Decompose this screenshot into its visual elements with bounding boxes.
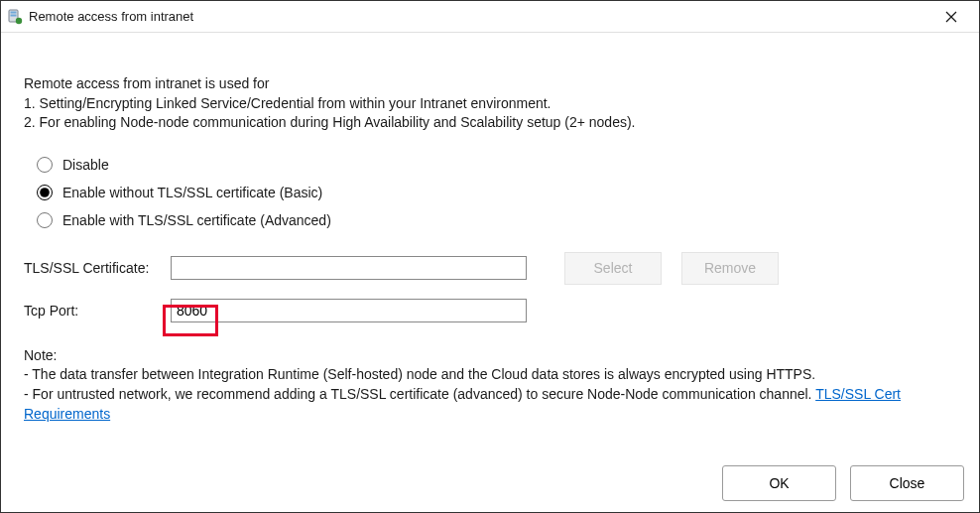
ok-button[interactable]: OK <box>722 465 836 501</box>
note-line2: - For untrusted network, we recommend ad… <box>24 385 957 424</box>
app-icon <box>7 9 23 25</box>
titlebar: Remote access from intranet <box>1 1 979 33</box>
svg-point-3 <box>16 17 22 23</box>
window-title: Remote access from intranet <box>29 9 931 24</box>
intro-text: Remote access from intranet is used for … <box>24 74 957 133</box>
intro-line2: 2. For enabling Node-node communication … <box>24 113 957 133</box>
dialog-buttons: OK Close <box>722 465 964 501</box>
note-heading: Note: <box>24 346 957 366</box>
cert-row: TLS/SSL Certificate: Select Remove <box>24 252 957 285</box>
intro-line1: 1. Setting/Encrypting Linked Service/Cre… <box>24 94 957 114</box>
port-row: Tcp Port: <box>24 299 957 322</box>
radio-enable-basic[interactable]: Enable without TLS/SSL certificate (Basi… <box>37 185 957 200</box>
dialog-content: Remote access from intranet is used for … <box>1 33 979 424</box>
cert-input[interactable] <box>171 256 527 280</box>
port-label: Tcp Port: <box>24 303 171 319</box>
intro-heading: Remote access from intranet is used for <box>24 74 957 94</box>
radio-disable-label: Disable <box>62 157 109 173</box>
remove-cert-button[interactable]: Remove <box>681 252 779 285</box>
radio-enable-advanced[interactable]: Enable with TLS/SSL certificate (Advance… <box>37 212 957 228</box>
note-line1: - The data transfer between Integration … <box>24 365 957 385</box>
svg-rect-1 <box>11 11 17 13</box>
radio-enable-advanced-input[interactable] <box>37 212 53 228</box>
tcp-port-input[interactable] <box>171 299 527 322</box>
radio-enable-advanced-label: Enable with TLS/SSL certificate (Advance… <box>62 212 331 228</box>
radio-enable-basic-input[interactable] <box>37 185 53 200</box>
radio-disable-input[interactable] <box>37 157 53 173</box>
cert-label: TLS/SSL Certificate: <box>24 260 171 276</box>
radio-disable[interactable]: Disable <box>37 157 957 173</box>
radio-enable-basic-label: Enable without TLS/SSL certificate (Basi… <box>62 185 322 200</box>
close-window-button[interactable] <box>931 3 971 31</box>
select-cert-button[interactable]: Select <box>564 252 662 285</box>
access-mode-radio-group: Disable Enable without TLS/SSL certifica… <box>24 157 957 228</box>
svg-rect-2 <box>11 14 17 16</box>
note-section: Note: - The data transfer between Integr… <box>24 346 957 424</box>
close-button[interactable]: Close <box>850 465 964 501</box>
note-line2-text: - For untrusted network, we recommend ad… <box>24 386 815 402</box>
